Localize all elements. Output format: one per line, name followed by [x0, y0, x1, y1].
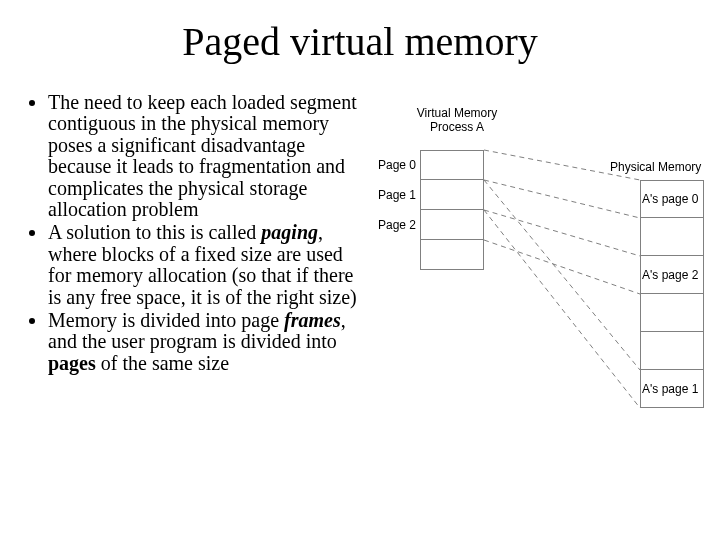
body-text: The need to keep each loaded segment con… [30, 92, 360, 376]
map-line [484, 180, 640, 370]
bullet-list: The need to keep each loaded segment con… [30, 92, 360, 374]
map-line [484, 210, 640, 256]
bullet-item: The need to keep each loaded segment con… [48, 92, 360, 220]
memory-diagram: Virtual Memory Process A Physical Memory… [370, 98, 710, 468]
slide: Paged virtual memory The need to keep ea… [0, 0, 720, 540]
text-bold: frames [284, 309, 341, 331]
text-run: A solution to this is called [48, 221, 261, 243]
mapping-lines [370, 98, 710, 468]
text-run: of the same size [96, 352, 229, 374]
map-line [484, 180, 640, 218]
text-bold: paging [261, 221, 318, 243]
map-line [484, 240, 640, 294]
slide-title: Paged virtual memory [0, 18, 720, 65]
map-line [484, 210, 640, 408]
map-line [484, 150, 640, 180]
bullet-item: A solution to this is called paging, whe… [48, 222, 360, 308]
bullet-item: Memory is divided into page frames, and … [48, 310, 360, 374]
text-run: Memory is divided into page [48, 309, 284, 331]
text-run: The need to keep each loaded segment con… [48, 91, 357, 220]
text-bold: pages [48, 352, 96, 374]
